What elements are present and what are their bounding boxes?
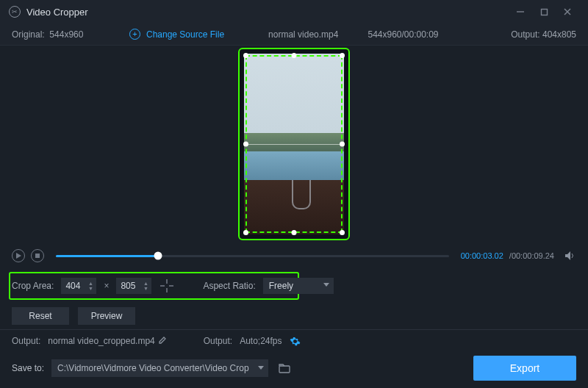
crop-handle-b[interactable] <box>292 230 297 235</box>
output-filename: normal video_cropped.mp4 <box>48 336 154 346</box>
svg-rect-5 <box>35 254 40 258</box>
seek-slider[interactable] <box>56 255 449 257</box>
video-canvas <box>0 46 588 242</box>
svg-rect-11 <box>279 366 290 373</box>
preview-button[interactable]: Preview <box>78 307 135 325</box>
height-step-down[interactable]: ▼ <box>141 287 150 291</box>
aspect-ratio-label: Aspect Ratio: <box>203 281 255 291</box>
output-row: Output: normal video_cropped.mp4 Output:… <box>0 330 588 352</box>
center-crop-button[interactable] <box>159 278 175 294</box>
height-step-up[interactable]: ▲ <box>141 281 150 286</box>
svg-marker-4 <box>16 253 21 259</box>
maximize-button[interactable] <box>532 4 556 19</box>
crop-handle-tl[interactable] <box>243 53 248 58</box>
original-dims-label: Original: 544x960 <box>12 29 129 40</box>
chevron-down-icon <box>323 283 329 287</box>
export-button[interactable]: Export <box>473 356 576 381</box>
crop-width-input[interactable]: 404 ▲▼ <box>61 278 96 294</box>
close-button[interactable] <box>556 4 579 19</box>
crop-handle-l[interactable] <box>243 142 248 147</box>
output-settings-label: Output: <box>204 336 232 346</box>
edit-filename-button[interactable] <box>158 336 167 347</box>
save-to-label: Save to: <box>12 363 44 373</box>
crop-handle-t[interactable] <box>292 53 297 58</box>
source-info: 544x960/00:00:09 <box>368 29 438 40</box>
source-filename: normal video.mp4 <box>268 29 338 40</box>
output-settings-value: Auto;24fps <box>240 336 282 346</box>
top-toolbar: Original: 544x960 + Change Source File n… <box>0 24 588 46</box>
app-logo-icon: ✂ <box>9 6 21 18</box>
width-step-up[interactable]: ▲ <box>86 281 95 286</box>
output-dims-label: Output: 404x805 <box>511 29 576 40</box>
titlebar: ✂ Video Cropper <box>0 0 588 24</box>
change-source-button[interactable]: + Change Source File <box>129 29 224 40</box>
output-file-label: Output: <box>12 336 40 346</box>
width-step-down[interactable]: ▼ <box>86 287 95 291</box>
reset-button[interactable]: Reset <box>12 307 69 325</box>
crop-handle-br[interactable] <box>340 230 345 235</box>
crop-controls: Crop Area: 404 ▲▼ × 805 ▲▼ Aspect Ratio:… <box>0 269 588 303</box>
plus-icon: + <box>129 29 140 40</box>
minimize-button[interactable] <box>509 4 532 19</box>
play-button[interactable] <box>12 249 25 262</box>
output-settings-button[interactable] <box>290 336 301 347</box>
svg-marker-6 <box>565 251 570 260</box>
window-title: Video Cropper <box>26 7 509 18</box>
crop-guide-line <box>245 144 343 145</box>
crop-area-label: Crop Area: <box>12 281 54 291</box>
save-path-select[interactable]: C:\Vidmore\Vidmore Video Converter\Video… <box>51 359 268 377</box>
time-current: 00:00:03.02 <box>461 251 503 260</box>
open-folder-button[interactable] <box>276 359 293 377</box>
svg-rect-1 <box>541 9 547 15</box>
crop-frame[interactable] <box>238 48 350 240</box>
multiply-icon: × <box>104 281 109 291</box>
time-total: /00:00:09.24 <box>509 251 554 260</box>
playback-bar: 00:00:03.02/00:00:09.24 <box>0 242 588 269</box>
crop-handle-r[interactable] <box>340 142 345 147</box>
chevron-down-icon <box>258 366 264 370</box>
crop-handle-bl[interactable] <box>243 230 248 235</box>
crop-handle-tr[interactable] <box>340 53 345 58</box>
aspect-ratio-select[interactable]: Freely <box>263 278 334 294</box>
stop-button[interactable] <box>31 249 44 262</box>
save-row: Save to: C:\Vidmore\Vidmore Video Conver… <box>0 352 588 384</box>
volume-button[interactable] <box>564 251 576 260</box>
action-buttons: Reset Preview <box>0 303 588 329</box>
seek-thumb[interactable] <box>154 252 162 260</box>
crop-height-input[interactable]: 805 ▲▼ <box>116 278 151 294</box>
